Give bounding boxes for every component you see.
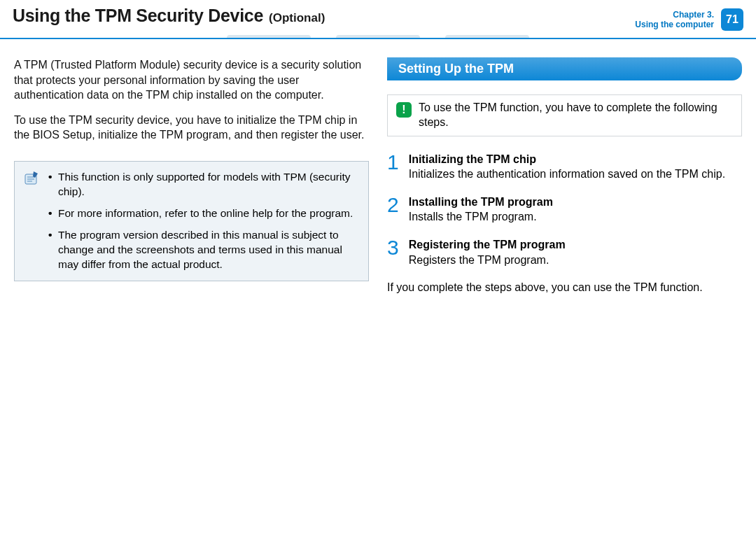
note-list: This function is only supported for mode…: [48, 170, 358, 272]
step-item: 1 Initializing the TPM chip Initializes …: [387, 152, 742, 182]
left-column: A TPM (Trusted Platform Module) security…: [14, 57, 369, 295]
step-item: 3 Registering the TPM program Registers …: [387, 237, 742, 267]
right-column: Setting Up the TPM ! To use the TPM func…: [387, 57, 742, 295]
attention-icon: !: [396, 102, 412, 118]
chapter-text: Chapter 3. Using the computer: [635, 10, 714, 30]
step-title: Installing the TPM program: [409, 195, 553, 210]
title-block: Using the TPM Security Device (Optional): [13, 6, 325, 26]
header-rule: [0, 35, 756, 41]
step-item: 2 Installing the TPM program Installs th…: [387, 195, 742, 225]
page-subtitle: (Optional): [269, 11, 325, 25]
chapter-line2: Using the computer: [635, 20, 714, 29]
decorative-tab: [227, 35, 311, 38]
step-title: Initializing the TPM chip: [409, 152, 725, 167]
intro-paragraph-1: A TPM (Trusted Platform Module) security…: [14, 57, 369, 103]
memo-icon: [23, 170, 40, 187]
intro-paragraph-2: To use the TPM security device, you have…: [14, 113, 369, 143]
divider-line: [0, 38, 756, 39]
page-header: Using the TPM Security Device (Optional)…: [0, 0, 756, 35]
note-box: This function is only supported for mode…: [14, 161, 369, 281]
note-item: For more information, refer to the onlin…: [48, 206, 358, 221]
step-desc: Initializes the authentication informati…: [409, 167, 725, 182]
content-columns: A TPM (Trusted Platform Module) security…: [0, 41, 756, 295]
step-title: Registering the TPM program: [409, 237, 566, 253]
decorative-tab: [336, 35, 420, 38]
section-heading: Setting Up the TPM: [387, 57, 742, 80]
page-number: 71: [726, 13, 738, 26]
chapter-line1: Chapter 3.: [635, 10, 714, 20]
step-desc: Registers the TPM program.: [409, 253, 566, 268]
decorative-tabs: [227, 35, 529, 38]
step-number: 3: [387, 237, 399, 267]
page-number-badge: 71: [721, 8, 743, 31]
step-number: 1: [387, 152, 399, 182]
chapter-block: Chapter 3. Using the computer 71: [635, 6, 743, 31]
alert-box: ! To use the TPM function, you have to c…: [387, 94, 742, 136]
alert-text: To use the TPM function, you have to com…: [419, 101, 733, 130]
step-body: Installing the TPM program Installs the …: [409, 195, 553, 225]
step-desc: Installs the TPM program.: [409, 209, 553, 225]
step-body: Registering the TPM program Registers th…: [409, 237, 566, 267]
decorative-tab: [445, 35, 529, 38]
note-item: The program version described in this ma…: [48, 228, 358, 272]
attention-symbol: !: [402, 103, 405, 118]
step-body: Initializing the TPM chip Initializes th…: [409, 152, 725, 182]
note-item: This function is only supported for mode…: [48, 170, 358, 199]
closing-paragraph: If you complete the steps above, you can…: [387, 280, 742, 295]
step-number: 2: [387, 195, 399, 225]
page-title: Using the TPM Security Device: [13, 6, 263, 26]
